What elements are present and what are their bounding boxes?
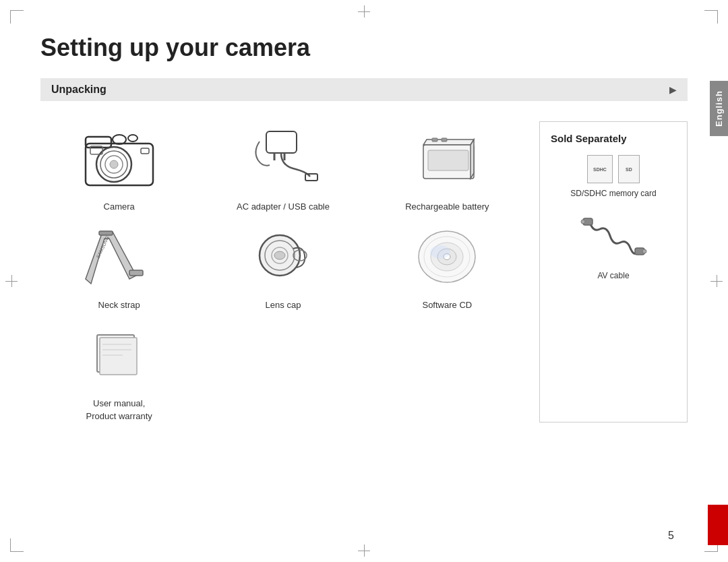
camera-label: Camera bbox=[104, 201, 135, 213]
user-manual-image bbox=[75, 318, 163, 392]
crosshair-left bbox=[5, 275, 18, 287]
section-title: Unpacking bbox=[51, 84, 107, 96]
svg-rect-10 bbox=[266, 131, 297, 153]
sd-cards-image: SDHC SD bbox=[587, 155, 640, 183]
neck-strap-label: Neck strap bbox=[98, 299, 140, 311]
page-title: Setting up your camera bbox=[40, 34, 688, 62]
sd-card-label: SD/SDHC memory card bbox=[570, 189, 656, 198]
sold-item-sd-card: SDHC SD SD/SDHC memory card bbox=[570, 155, 656, 198]
item-camera: Camera bbox=[40, 121, 198, 213]
page-number: 5 bbox=[668, 530, 674, 542]
ac-adapter-label: AC adapter / USB cable bbox=[237, 201, 330, 213]
sold-separately-box: Sold Separately SDHC SD SD/SDHC memory c… bbox=[539, 121, 688, 423]
battery-image bbox=[403, 121, 491, 195]
sd-card-small: SD bbox=[618, 155, 640, 183]
svg-rect-18 bbox=[442, 138, 447, 142]
corner-mark-tl bbox=[10, 10, 24, 24]
svg-point-33 bbox=[430, 245, 450, 259]
ac-adapter-image bbox=[239, 121, 327, 195]
user-manual-label: User manual, Product warranty bbox=[86, 398, 152, 422]
software-cd-label: Software CD bbox=[422, 299, 472, 311]
main-content: Camera bbox=[40, 121, 688, 423]
neck-strap-icon: SAMSUNG bbox=[79, 228, 160, 286]
svg-rect-22 bbox=[99, 231, 113, 235]
av-cable-label: AV cable bbox=[597, 271, 629, 280]
svg-rect-21 bbox=[129, 270, 143, 276]
svg-rect-17 bbox=[432, 138, 437, 142]
section-header: Unpacking ▶ bbox=[40, 78, 688, 101]
software-cd-image bbox=[403, 220, 491, 294]
battery-label: Rechargeable battery bbox=[405, 201, 489, 213]
svg-rect-40 bbox=[581, 220, 585, 224]
camera-image bbox=[75, 121, 163, 195]
lens-cap-label: Lens cap bbox=[266, 299, 301, 311]
lens-cap-image bbox=[239, 220, 327, 294]
user-manual-icon bbox=[89, 328, 150, 382]
svg-point-7 bbox=[110, 160, 118, 168]
section-arrow: ▶ bbox=[669, 84, 677, 95]
svg-marker-16 bbox=[471, 139, 474, 179]
camera-icon bbox=[75, 125, 163, 192]
item-battery: Rechargeable battery bbox=[369, 121, 526, 213]
svg-point-3 bbox=[128, 135, 138, 142]
corner-mark-bl bbox=[10, 538, 24, 552]
item-lens-cap: Lens cap bbox=[204, 220, 361, 311]
software-cd-icon bbox=[410, 226, 484, 287]
item-ac-adapter: AC adapter / USB cable bbox=[204, 121, 361, 213]
sold-separately-title: Sold Separately bbox=[551, 133, 627, 144]
battery-icon bbox=[413, 131, 481, 185]
item-software-cd: Software CD bbox=[369, 220, 526, 311]
svg-rect-35 bbox=[100, 338, 137, 375]
lens-cap-icon bbox=[249, 228, 317, 286]
crosshair-top bbox=[358, 5, 370, 18]
svg-point-26 bbox=[274, 251, 285, 259]
av-cable-image bbox=[580, 209, 647, 266]
svg-marker-14 bbox=[423, 139, 474, 145]
item-neck-strap: SAMSUNG Neck strap bbox=[40, 220, 198, 311]
item-user-manual: User manual, Product warranty bbox=[40, 318, 198, 422]
page-container: English Setting up your camera Unpacking… bbox=[0, 0, 728, 562]
corner-mark-tr bbox=[704, 10, 718, 24]
sdhc-card: SDHC bbox=[587, 155, 613, 183]
red-accent-bar bbox=[708, 505, 728, 545]
items-grid: Camera bbox=[40, 121, 526, 423]
english-tab: English bbox=[710, 81, 728, 136]
svg-rect-8 bbox=[141, 148, 149, 154]
sold-item-av-cable: AV cable bbox=[580, 209, 647, 280]
crosshair-right bbox=[710, 275, 723, 287]
svg-rect-19 bbox=[428, 150, 468, 170]
neck-strap-image: SAMSUNG bbox=[75, 220, 163, 294]
ac-adapter-icon bbox=[246, 128, 320, 189]
av-cable-icon bbox=[580, 209, 647, 263]
crosshair-bottom bbox=[358, 544, 370, 557]
svg-rect-42 bbox=[642, 249, 646, 253]
